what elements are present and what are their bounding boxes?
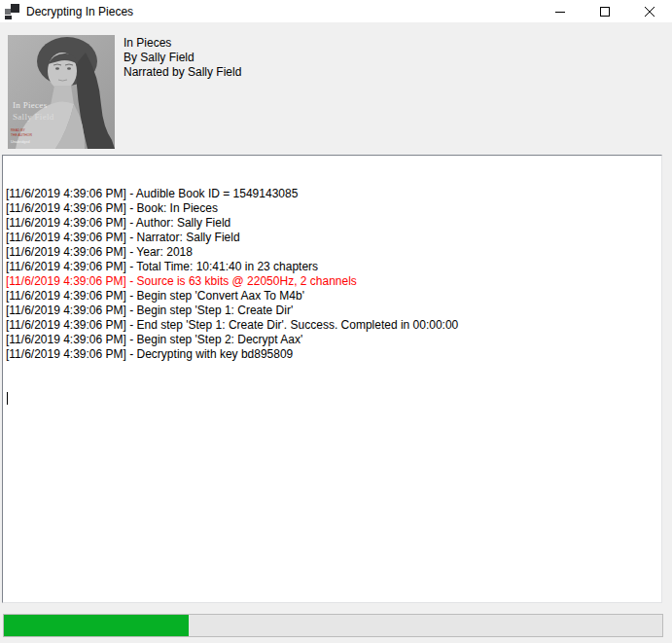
book-cover-image: In Pieces Sally Field READ BY THE AUTHOR… [8,35,115,149]
progress-bar [3,614,663,637]
log-line: [11/6/2019 4:39:06 PM] - End step 'Step … [6,318,658,333]
log-line: [11/6/2019 4:39:06 PM] - Source is 63 kb… [6,274,658,289]
log-line: [11/6/2019 4:39:06 PM] - Begin step 'Ste… [6,304,658,318]
log-lines: [11/6/2019 4:39:06 PM] - Audible Book ID… [6,187,658,362]
book-author: By Sally Field [124,51,241,65]
log-line: [11/6/2019 4:39:06 PM] - Narrator: Sally… [6,231,658,245]
close-button[interactable] [627,0,672,22]
app-icon [5,4,20,19]
log-line: [11/6/2019 4:39:06 PM] - Total Time: 10:… [6,260,658,274]
log-line: [11/6/2019 4:39:06 PM] - Book: In Pieces [6,201,658,216]
progress-fill [4,615,189,636]
book-title: In Pieces [124,36,241,51]
log-line: [11/6/2019 4:39:06 PM] - Begin step 'Con… [6,289,658,304]
caption-buttons [538,0,672,22]
text-caret [7,392,8,405]
book-narrator: Narrated by Sally Field [124,65,241,80]
log-line: [11/6/2019 4:39:06 PM] - Begin step 'Ste… [6,333,658,347]
cover-title-text: In Pieces [13,100,48,110]
cover-badge-unabridged: Unabridged [11,140,30,144]
close-icon [645,7,654,17]
log-line: [11/6/2019 4:39:06 PM] - Year: 2018 [6,245,658,260]
log-textbox[interactable]: [11/6/2019 4:39:06 PM] - Audible Book ID… [2,155,662,603]
cover-badge-read-by: READ BY [11,128,26,132]
minimize-icon [555,7,565,17]
titlebar: Decrypting In Pieces [0,0,672,22]
window-title: Decrypting In Pieces [26,5,133,18]
maximize-button[interactable] [583,0,627,22]
minimize-button[interactable] [538,0,583,22]
log-line: [11/6/2019 4:39:06 PM] - Audible Book ID… [6,187,658,201]
log-line: [11/6/2019 4:39:06 PM] - Decrypting with… [6,347,658,362]
log-line: [11/6/2019 4:39:06 PM] - Author: Sally F… [6,216,658,231]
book-info: In Pieces By Sally Field Narrated by Sal… [124,36,241,80]
cover-author-text: Sally Field [13,112,54,122]
maximize-icon [600,7,610,17]
cover-badge-the-author: THE AUTHOR [11,133,32,137]
